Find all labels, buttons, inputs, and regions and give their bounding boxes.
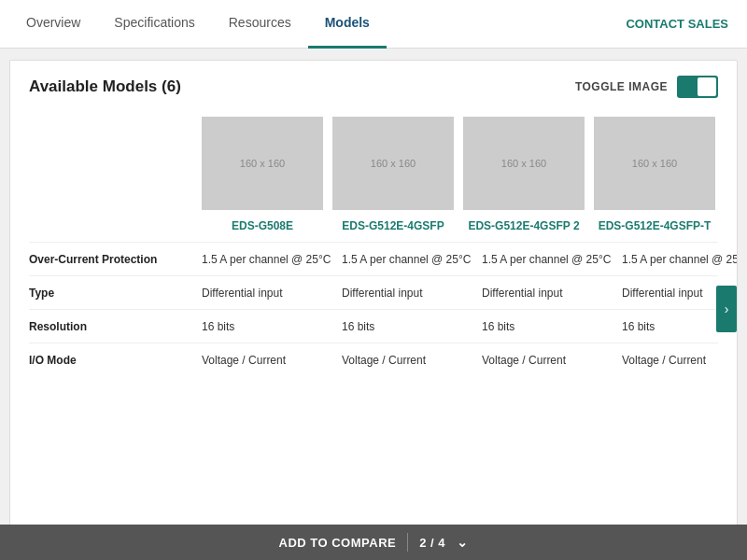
spec-val-1-2: Differential input <box>477 287 617 300</box>
spec-row-3: I/O Mode Voltage / Current Voltage / Cur… <box>29 343 718 376</box>
compare-count: 2 / 4 <box>419 536 445 550</box>
spec-val-3-2: Voltage / Current <box>477 354 617 367</box>
spec-val-2-2: 16 bits <box>477 320 617 333</box>
nav-models-label: Models <box>325 15 370 30</box>
spec-val-3-3: Voltage / Current <box>617 354 738 367</box>
spec-val-1-0: Differential input <box>197 287 337 300</box>
product-col-1: 160 x 160 EDS-G512E-4GSFP <box>328 117 458 242</box>
product-name-3[interactable]: EDS-G512E-4GSFP-T <box>599 219 712 232</box>
models-header: Available Models (6) TOGGLE IMAGE <box>29 76 718 98</box>
product-col-3: 160 x 160 EDS-G512E-4GSFP-T <box>589 117 720 242</box>
add-to-compare-label: ADD TO COMPARE <box>279 536 397 550</box>
spec-val-3-1: Voltage / Current <box>337 354 477 367</box>
nav-resources-label: Resources <box>229 15 291 30</box>
contact-sales-button[interactable]: CONTACT SALES <box>616 17 738 31</box>
spec-label-3: I/O Mode <box>29 354 197 367</box>
spec-values-0: 1.5 A per channel @ 25°C 1.5 A per chann… <box>197 253 738 266</box>
top-navigation: Overview Specifications Resources Models… <box>0 0 747 49</box>
spec-label-1: Type <box>29 287 197 300</box>
spec-val-2-0: 16 bits <box>197 320 337 333</box>
scroll-right-button[interactable]: › <box>716 286 737 332</box>
product-image-1: 160 x 160 <box>332 117 454 210</box>
spec-values-1: Differential input Differential input Di… <box>197 287 738 300</box>
spec-row-0: Over-Current Protection 1.5 A per channe… <box>29 242 718 275</box>
nav-overview-label: Overview <box>26 15 80 30</box>
spec-values-3: Voltage / Current Voltage / Current Volt… <box>197 354 738 367</box>
spec-val-0-3: 1.5 A per channel @ 25°C <box>617 253 738 266</box>
nav-overview[interactable]: Overview <box>9 0 97 49</box>
product-image-0: 160 x 160 <box>202 117 323 210</box>
spec-val-0-1: 1.5 A per channel @ 25°C <box>337 253 477 266</box>
product-image-label-0: 160 x 160 <box>240 158 285 169</box>
models-title: Available Models (6) <box>29 77 181 96</box>
spec-val-0-2: 1.5 A per channel @ 25°C <box>477 253 617 266</box>
product-col-2: 160 x 160 EDS-G512E-4GSFP 2 <box>458 117 589 242</box>
spec-row-2: Resolution 16 bits 16 bits 16 bits 16 bi… <box>29 309 718 343</box>
bottom-bar-divider <box>407 533 408 552</box>
main-content: Available Models (6) TOGGLE IMAGE 160 x … <box>9 60 738 526</box>
product-name-1[interactable]: EDS-G512E-4GSFP <box>342 219 444 232</box>
contact-sales-label: CONTACT SALES <box>626 17 728 31</box>
product-col-0: 160 x 160 EDS-G508E <box>197 117 328 242</box>
spec-rows: Over-Current Protection 1.5 A per channe… <box>29 242 718 376</box>
chevron-right-icon: › <box>725 301 729 316</box>
product-image-label-1: 160 x 160 <box>371 158 416 169</box>
spec-val-2-1: 16 bits <box>337 320 477 333</box>
toggle-knob <box>698 77 716 96</box>
product-image-3: 160 x 160 <box>594 117 715 210</box>
product-name-2[interactable]: EDS-G512E-4GSFP 2 <box>468 219 579 232</box>
product-image-label-2: 160 x 160 <box>501 158 546 169</box>
product-image-label-3: 160 x 160 <box>632 158 677 169</box>
spec-val-0-0: 1.5 A per channel @ 25°C <box>197 253 337 266</box>
nav-specifications-label: Specifications <box>114 15 194 30</box>
toggle-image-label: TOGGLE IMAGE <box>575 80 668 93</box>
spec-val-1-1: Differential input <box>337 287 477 300</box>
spec-label-0: Over-Current Protection <box>29 253 197 266</box>
nav-resources[interactable]: Resources <box>212 0 308 49</box>
toggle-image-area: TOGGLE IMAGE <box>575 76 718 98</box>
spec-values-2: 16 bits 16 bits 16 bits 16 bits <box>197 320 738 333</box>
product-name-0[interactable]: EDS-G508E <box>232 219 293 232</box>
chevron-down-icon: ⌄ <box>457 535 469 550</box>
spec-label-2: Resolution <box>29 320 197 333</box>
nav-models[interactable]: Models <box>308 0 387 49</box>
product-image-2: 160 x 160 <box>463 117 585 210</box>
product-images-row: 160 x 160 EDS-G508E 160 x 160 EDS-G512E-… <box>197 117 718 242</box>
spec-row-1: Type Differential input Differential inp… <box>29 275 718 309</box>
toggle-image-switch[interactable] <box>677 76 718 98</box>
bottom-compare-bar[interactable]: ADD TO COMPARE 2 / 4 ⌄ <box>0 525 747 560</box>
nav-specifications[interactable]: Specifications <box>97 0 211 49</box>
spec-val-3-0: Voltage / Current <box>197 354 337 367</box>
